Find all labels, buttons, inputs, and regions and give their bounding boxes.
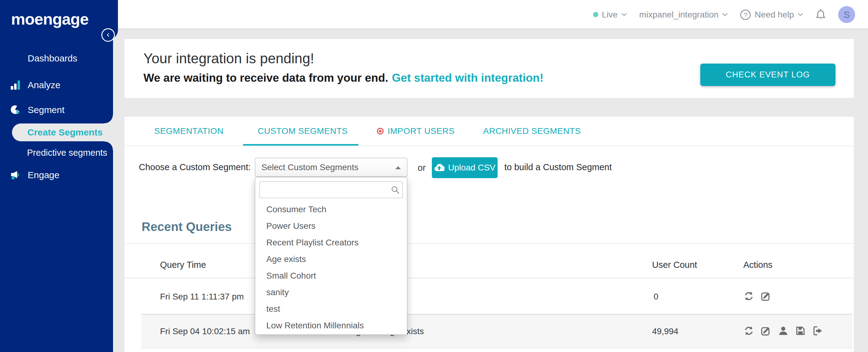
help-label: Need help <box>755 10 794 20</box>
top-bar-right: Live mixpanel_integration ? Need help S <box>593 0 855 29</box>
analyze-bars-icon <box>10 81 20 90</box>
segments-panel: SEGMENTATION CUSTOM SEGMENTS IMPORT USER… <box>124 117 854 352</box>
sidebar-collapse-button[interactable]: ‹ <box>101 28 115 42</box>
dropdown-option[interactable]: Power Users <box>255 218 408 234</box>
row-actions <box>743 325 823 336</box>
sidebar-item-predictive-segments[interactable]: Predictive segments <box>0 144 113 162</box>
column-header-actions: Actions <box>743 260 773 270</box>
chooser-suffix-text: to build a Custom Segment <box>504 162 612 172</box>
avatar[interactable]: S <box>838 6 855 23</box>
get-started-link[interactable]: Get started with integration! <box>392 71 544 84</box>
banner-subtitle: We are waiting to receive data from your… <box>144 71 544 85</box>
chevron-up-icon <box>395 166 401 169</box>
live-status-dot <box>593 12 598 17</box>
column-header-query-time: Query Time <box>160 260 206 270</box>
search-icon <box>391 185 400 194</box>
dropdown-option[interactable]: Recent Playlist Creators <box>255 234 408 251</box>
query-time-cell: Fri Sep 11 1:11:37 pm <box>160 292 244 301</box>
help-menu[interactable]: ? Need help <box>740 9 803 20</box>
dashboards-grid-icon <box>10 54 20 63</box>
sidebar-item-create-segments[interactable]: Create Segments <box>12 124 113 141</box>
svg-text:?: ? <box>744 11 748 19</box>
pill-corner-top <box>104 115 113 124</box>
sidebar-item-label: Analyze <box>28 80 61 90</box>
sidebar-item-label: Create Segments <box>27 127 102 138</box>
import-users-badge-icon <box>377 128 384 134</box>
cloud-upload-icon <box>434 164 444 172</box>
tab-archived-segments[interactable]: ARCHIVED SEGMENTS <box>483 126 581 136</box>
integration-pending-banner: Your integration is pending! We are wait… <box>124 39 854 98</box>
user-count-cell: 49,994 <box>652 326 679 336</box>
chevron-left-icon: ‹ <box>106 30 110 39</box>
chevron-down-icon <box>798 13 803 16</box>
tab-import-users[interactable]: IMPORT USERS <box>377 126 455 136</box>
section-divider <box>124 243 854 244</box>
tab-import-users-label: IMPORT USERS <box>388 126 455 136</box>
sidebar-item-dashboards[interactable]: Dashboards <box>0 49 113 68</box>
question-circle-icon: ? <box>740 9 751 20</box>
row-divider <box>141 348 852 348</box>
avatar-initial: S <box>843 9 849 20</box>
user-count-cell: 0 <box>654 292 658 301</box>
table-row: Fri Sep 11 1:11:37 pm 0 <box>141 278 852 314</box>
dropdown-option[interactable]: test <box>255 301 408 317</box>
dropdown-option[interactable]: Age exists <box>255 251 408 267</box>
table-row: Fri Sep 04 10:02:15 am Users in custom s… <box>141 315 852 348</box>
tabs-divider <box>124 146 854 146</box>
sidebar-item-analyze[interactable]: Analyze <box>0 76 113 94</box>
row-actions <box>743 291 772 301</box>
sidebar-item-engage[interactable]: Engage <box>0 166 113 184</box>
segment-pie-icon <box>10 105 20 115</box>
workspace-name: mixpanel_integration <box>639 10 718 20</box>
column-header-user-count: User Count <box>652 260 697 270</box>
user-action-icon[interactable] <box>778 325 789 336</box>
refresh-action-icon[interactable] <box>743 291 754 301</box>
sidebar-item-segment[interactable]: Segment <box>0 101 113 119</box>
banner-title: Your integration is pending! <box>144 50 314 67</box>
tab-segmentation[interactable]: SEGMENTATION <box>154 126 224 136</box>
custom-segment-dropdown: Consumer Tech Power Users Recent Playlis… <box>255 177 407 335</box>
notifications-bell-icon[interactable] <box>815 9 826 21</box>
recent-queries-heading: Recent Queries <box>142 220 231 234</box>
edit-action-icon[interactable] <box>761 291 772 301</box>
custom-segment-select[interactable]: Select Custom Segments <box>255 158 407 177</box>
save-action-icon[interactable] <box>795 325 806 336</box>
upload-csv-label: Upload CSV <box>448 163 495 172</box>
dropdown-option[interactable]: sanity <box>255 284 408 301</box>
workspace-selector[interactable]: mixpanel_integration <box>639 10 727 20</box>
dropdown-search-input[interactable] <box>259 182 403 198</box>
or-text: or <box>418 163 426 173</box>
sidebar-item-label: Predictive segments <box>27 148 107 158</box>
chevron-down-icon <box>621 13 627 16</box>
sidebar-item-label: Segment <box>28 105 64 115</box>
query-time-cell: Fri Sep 04 10:02:15 am <box>160 326 250 336</box>
sidebar-item-label: Dashboards <box>28 53 78 64</box>
engage-megaphone-icon <box>10 170 20 180</box>
check-event-log-button[interactable]: CHECK EVENT LOG <box>700 64 835 86</box>
top-bar: Live mixpanel_integration ? Need help S <box>0 0 868 29</box>
moengage-logo: moengage <box>11 10 89 28</box>
environment-label: Live <box>602 10 618 20</box>
dropdown-search <box>259 182 403 198</box>
chooser-label: Choose a Custom Segment: <box>139 162 251 172</box>
banner-subtitle-text: We are waiting to receive data from your… <box>144 71 388 84</box>
logo-box: moengage <box>0 0 118 39</box>
dropdown-option[interactable]: Low Retention Millennials <box>255 317 408 334</box>
tab-custom-segments[interactable]: CUSTOM SEGMENTS <box>258 126 348 136</box>
environment-selector[interactable]: Live <box>593 10 627 20</box>
custom-segment-select-value: Select Custom Segments <box>261 158 359 177</box>
dropdown-option[interactable]: Small Cohort <box>255 267 408 284</box>
export-action-icon[interactable] <box>812 325 823 336</box>
chevron-down-icon <box>722 13 727 16</box>
upload-csv-button[interactable]: Upload CSV <box>432 157 498 178</box>
sidebar-item-label: Engage <box>28 170 59 180</box>
dropdown-option[interactable]: Consumer Tech <box>255 201 408 218</box>
edit-action-icon[interactable] <box>761 325 772 336</box>
sidebar: moengage ‹ Dashboards Analyze Segment Cr… <box>0 0 113 352</box>
refresh-action-icon[interactable] <box>743 325 754 336</box>
